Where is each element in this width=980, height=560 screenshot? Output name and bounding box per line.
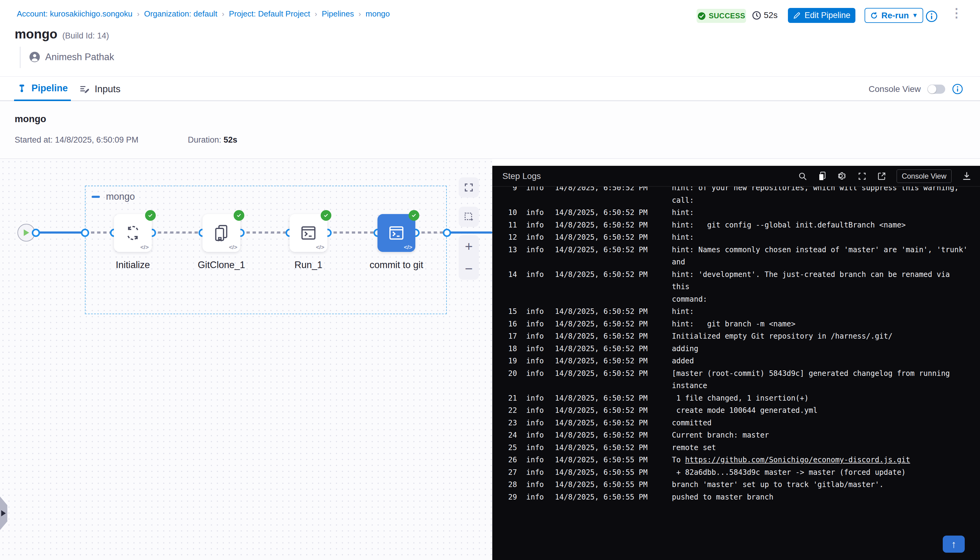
log-line-number: 15	[507, 305, 517, 318]
log-level: info	[526, 392, 546, 405]
log-line: 26info14/8/2025, 6:50:55 PMTo https://gi…	[507, 454, 968, 466]
log-line: 18info14/8/2025, 6:50:52 PMadding	[507, 343, 968, 355]
log-line: 14info14/8/2025, 6:50:52 PMhint: 'develo…	[507, 268, 968, 306]
log-message: Current branch: master	[672, 429, 968, 442]
breadcrumb-link[interactable]: Organization: default	[144, 9, 217, 18]
author-name: Animesh Pathak	[45, 52, 114, 63]
log-line-number: 18	[507, 343, 517, 355]
log-line-number: 12	[507, 231, 517, 244]
scroll-to-top-button[interactable]: ↑	[943, 535, 965, 553]
breadcrumb-separator: ›	[315, 10, 317, 18]
duration-indicator: 52s	[752, 10, 778, 20]
log-level: info	[526, 491, 546, 503]
log-line: 24info14/8/2025, 6:50:52 PMCurrent branc…	[507, 429, 968, 442]
tab-inputs[interactable]: Inputs	[79, 77, 120, 102]
log-message-text: command:	[672, 293, 968, 306]
canvas-select-button[interactable]	[459, 207, 479, 227]
log-level: info	[526, 231, 546, 244]
step-node-initialize[interactable]: </>	[114, 214, 152, 252]
log-message-text: 1 file changed, 1 insertion(+)	[672, 392, 968, 405]
log-line: 29info14/8/2025, 6:50:55 PMpushed to mas…	[507, 491, 968, 503]
success-check-icon	[698, 12, 706, 20]
pipeline-info-icon[interactable]	[925, 10, 938, 23]
log-line-number: 11	[507, 219, 517, 232]
log-line-number: 20	[507, 367, 517, 392]
log-message: hint:	[672, 207, 968, 219]
console-view-info-icon[interactable]	[952, 83, 963, 95]
author-divider	[20, 47, 20, 68]
log-message-text: and	[672, 256, 968, 268]
duration-row: Duration: 52s	[188, 135, 237, 145]
log-message-text: [master (root-commit) 5843d9c] generated…	[672, 367, 968, 380]
log-timestamp: 14/8/2025, 6:50:52 PM	[555, 343, 653, 355]
log-level: info	[526, 355, 546, 367]
log-message: hint:	[672, 305, 968, 318]
rerun-button[interactable]: Re-run ▼	[865, 8, 923, 23]
tab-pipeline-label: Pipeline	[32, 83, 68, 94]
success-check-icon	[145, 210, 156, 221]
log-level: info	[526, 454, 546, 466]
log-message-text: adding	[672, 343, 968, 355]
log-open-in-new-icon[interactable]	[877, 172, 886, 181]
pipeline-canvas[interactable]: mongo </>Initialize</>GitClone_1</>Run_1…	[0, 159, 492, 560]
step-logs-header: Step Logs Console View	[492, 166, 980, 187]
log-timestamp: 14/8/2025, 6:50:55 PM	[555, 466, 653, 479]
log-line: 19info14/8/2025, 6:50:52 PMadded	[507, 355, 968, 367]
tab-pipeline[interactable]: Pipeline	[14, 77, 71, 102]
breadcrumb-link[interactable]: Project: Default Project	[229, 9, 310, 18]
edit-pipeline-button[interactable]: Edit Pipeline	[788, 8, 855, 23]
log-message-text: + 82a6dbb...5843d9c master -> master (fo…	[672, 466, 968, 479]
more-options-icon[interactable]: ⋮	[950, 7, 963, 19]
zoom-out-button[interactable]: −	[465, 262, 473, 275]
breadcrumb-link[interactable]: Pipelines	[322, 9, 354, 18]
expand-arrow-icon	[1, 510, 6, 516]
log-message: committed	[672, 417, 968, 429]
zoom-in-button[interactable]: +	[465, 240, 473, 253]
log-message: [master (root-commit) 5843d9c] generated…	[672, 367, 968, 392]
rerun-caret-icon[interactable]: ▼	[912, 12, 918, 19]
page-title-row: mongo (Build Id: 14)	[15, 27, 109, 42]
log-message-text: instance	[672, 380, 968, 392]
page-header: Account: kurosakiichigo.songoku›Organiza…	[0, 0, 980, 76]
log-line: 27info14/8/2025, 6:50:55 PM + 82a6dbb...…	[507, 466, 968, 479]
breadcrumb-link[interactable]: Account: kurosakiichigo.songoku	[17, 9, 133, 18]
rerun-refresh-icon	[870, 11, 878, 20]
collapse-group-icon[interactable]	[92, 196, 100, 198]
step-logs-panel: Step Logs Console View 9info14/8/	[492, 166, 980, 560]
log-link[interactable]: https://github.com/Sonichigo/economy-dis…	[685, 455, 910, 464]
log-console-view-button[interactable]: Console View	[897, 170, 952, 183]
step-node-gitclone-1[interactable]: </>	[202, 214, 240, 252]
page-title: mongo	[15, 27, 57, 42]
main-area: mongo </>Initialize</>GitClone_1</>Run_1…	[0, 159, 980, 560]
started-label: Started at:	[15, 135, 53, 145]
step-node-commit-to-git[interactable]: </>	[377, 214, 415, 252]
log-message-text: hint:	[672, 305, 968, 318]
log-line-number: 23	[507, 417, 517, 429]
log-line: 23info14/8/2025, 6:50:52 PMcommitted	[507, 417, 968, 429]
canvas-fullscreen-button[interactable]	[459, 177, 479, 198]
log-level: info	[526, 417, 546, 429]
log-line-number: 27	[507, 466, 517, 479]
log-fullscreen-icon[interactable]	[858, 172, 867, 181]
log-line: 13info14/8/2025, 6:50:52 PMhint: Names c…	[507, 244, 968, 268]
log-timestamp: 14/8/2025, 6:50:52 PM	[555, 318, 653, 330]
log-copy-icon[interactable]	[818, 171, 827, 181]
log-timestamp: 14/8/2025, 6:50:52 PM	[555, 442, 653, 454]
log-level: info	[526, 318, 546, 330]
tab-inputs-label: Inputs	[95, 84, 120, 95]
console-view-toggle[interactable]	[927, 85, 945, 94]
breadcrumb-link[interactable]: mongo	[365, 9, 390, 18]
tab-bar: Pipeline Inputs Console View	[0, 76, 980, 101]
expand-left-panel-handle[interactable]	[0, 497, 7, 530]
log-download-icon[interactable]	[962, 171, 972, 181]
log-search-icon[interactable]	[798, 172, 807, 181]
log-settings-icon[interactable]	[837, 171, 847, 181]
step-node-run-1[interactable]: </>	[290, 214, 327, 252]
log-timestamp: 14/8/2025, 6:50:52 PM	[555, 367, 653, 392]
started-at: Started at: 14/8/2025, 6:50:09 PM	[15, 135, 138, 145]
run-summary: mongo Started at: 14/8/2025, 6:50:09 PM …	[0, 101, 980, 159]
log-line-number: 13	[507, 244, 517, 268]
log-output[interactable]: 9info14/8/2025, 6:50:52 PMhint: of your …	[492, 187, 980, 560]
log-message-text: pushed to master branch	[672, 491, 968, 503]
log-timestamp: 14/8/2025, 6:50:52 PM	[555, 417, 653, 429]
